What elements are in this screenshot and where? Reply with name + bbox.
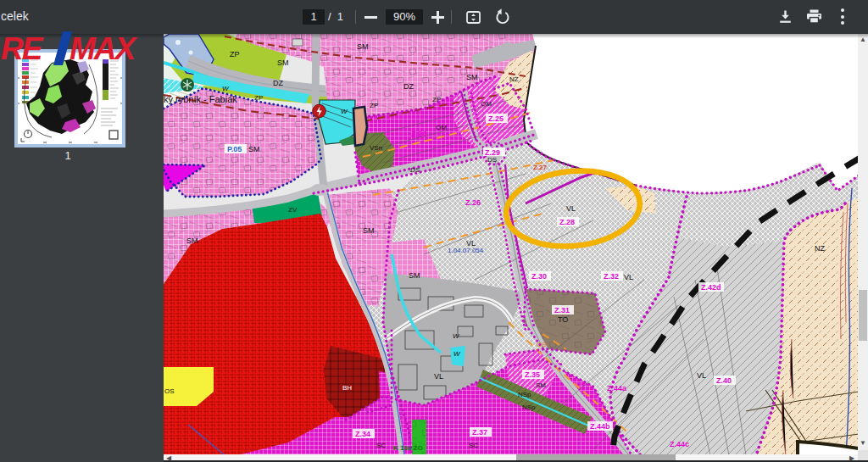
svg-text:DS: DS bbox=[487, 156, 497, 164]
svg-text:OM: OM bbox=[436, 124, 447, 131]
svg-text:Z.26: Z.26 bbox=[465, 198, 481, 207]
svg-text:ZP: ZP bbox=[432, 96, 441, 103]
svg-text:Z.40: Z.40 bbox=[716, 376, 732, 385]
svg-text:TO: TO bbox=[558, 315, 568, 324]
svg-text:ZV: ZV bbox=[288, 206, 298, 214]
svg-text:OS: OS bbox=[537, 341, 547, 348]
svg-text:Z.29: Z.29 bbox=[485, 148, 500, 157]
svg-text:VL: VL bbox=[434, 372, 443, 381]
svg-text:NSp: NSp bbox=[522, 404, 536, 411]
svg-text:Z.35: Z.35 bbox=[525, 370, 540, 379]
svg-text:ZP: ZP bbox=[370, 102, 378, 109]
svg-text:Z.34: Z.34 bbox=[355, 430, 370, 438]
svg-text:Z.37: Z.37 bbox=[472, 428, 487, 437]
svg-text:NZ: NZ bbox=[509, 75, 519, 83]
svg-text:DZ: DZ bbox=[403, 82, 414, 91]
svg-text:SC: SC bbox=[376, 442, 386, 449]
svg-text:SM: SM bbox=[409, 271, 420, 280]
svg-text:SM: SM bbox=[248, 145, 260, 153]
svg-text:SM: SM bbox=[186, 237, 198, 245]
svg-text:SM: SM bbox=[363, 226, 375, 235]
svg-text:P.05: P.05 bbox=[227, 145, 242, 153]
svg-text:K 13a ZO: K 13a ZO bbox=[393, 444, 423, 452]
svg-text:VL: VL bbox=[624, 273, 633, 281]
svg-text:SC: SC bbox=[469, 442, 478, 449]
svg-text:OM: OM bbox=[481, 100, 492, 108]
svg-text:1.04.07.054: 1.04.07.054 bbox=[448, 247, 484, 254]
svg-text:Z.42d: Z.42d bbox=[701, 283, 721, 292]
svg-text:ZP: ZP bbox=[230, 50, 240, 58]
svg-text:VL: VL bbox=[697, 371, 706, 380]
svg-text:SM: SM bbox=[536, 381, 546, 389]
svg-text:NSp: NSp bbox=[518, 391, 531, 398]
svg-text:RE: RE bbox=[1, 31, 44, 66]
svg-text:Z.44b: Z.44b bbox=[590, 422, 610, 431]
svg-text:Z.25: Z.25 bbox=[488, 114, 504, 123]
svg-text:SM: SM bbox=[357, 42, 369, 51]
svg-text:Z.44c: Z.44c bbox=[670, 440, 689, 448]
svg-text:MAX: MAX bbox=[70, 31, 138, 66]
svg-text:Z.30: Z.30 bbox=[531, 272, 547, 281]
svg-text:Z.24: Z.24 bbox=[411, 130, 426, 138]
svg-text:SM: SM bbox=[466, 73, 478, 81]
svg-text:BH: BH bbox=[342, 384, 352, 392]
svg-text:Z.27: Z.27 bbox=[533, 164, 548, 171]
svg-text:VSn: VSn bbox=[370, 144, 382, 152]
svg-text:ZP: ZP bbox=[254, 94, 263, 102]
svg-text:SM: SM bbox=[277, 58, 289, 67]
svg-text:ký rybník - Fabiák: ký rybník - Fabiák bbox=[164, 94, 237, 104]
svg-text:Z.31: Z.31 bbox=[554, 306, 570, 314]
svg-text:Z.28: Z.28 bbox=[559, 218, 575, 226]
svg-text:VL: VL bbox=[566, 204, 576, 213]
svg-text:OS: OS bbox=[164, 387, 175, 395]
svg-text:DS: DS bbox=[410, 166, 420, 174]
svg-text:Z.32: Z.32 bbox=[604, 272, 619, 281]
svg-text:NZ: NZ bbox=[815, 244, 825, 253]
svg-text:DZ: DZ bbox=[273, 79, 283, 87]
svg-text:Z.44a: Z.44a bbox=[607, 384, 627, 392]
